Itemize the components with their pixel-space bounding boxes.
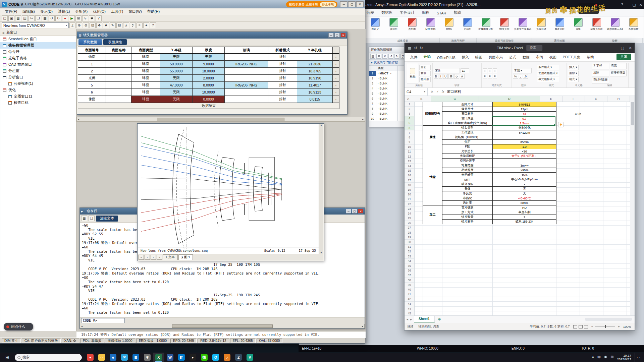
maximize-icon[interactable]: ▢ xyxy=(621,46,624,50)
formula-bar-buttons[interactable]: ✕ ✓ fx xyxy=(428,90,447,94)
row-lock-icon[interactable]: ▪ xyxy=(333,68,339,75)
column-header-B[interactable]: B xyxy=(412,96,431,102)
sidebar-item[interactable]: 全图窗口11 xyxy=(0,93,76,100)
table-row[interactable]: 光阑球面无限2.0000折射10.9190▪ xyxy=(78,75,347,82)
taskbar-app-codev-app[interactable]: V xyxy=(244,353,256,362)
taskbar-app-vscode[interactable]: ◧ xyxy=(176,353,187,362)
row-header-19[interactable]: 19 xyxy=(405,187,414,192)
font-style-button[interactable]: B xyxy=(434,74,438,79)
column-header-C[interactable]: C xyxy=(431,96,479,102)
value-cell[interactable] xyxy=(493,135,556,140)
sidebar-item[interactable]: 分析窗口 xyxy=(0,74,76,80)
analysis-tool-8[interactable]: 物理光学 xyxy=(495,16,514,38)
excel-tab-开始[interactable]: 开始 xyxy=(421,53,434,61)
row-header-9[interactable]: 9 xyxy=(405,140,414,145)
pan-icon[interactable]: ✥ xyxy=(96,22,102,28)
row-header-7[interactable]: 7 xyxy=(405,130,414,135)
excel-tab-公式[interactable]: 公式 xyxy=(506,54,519,61)
table-row[interactable]: 5球面47.00008.0000IRG206_NHG折射11.4017▪ xyxy=(78,82,347,89)
editor-type-cell[interactable]: ▪BLNK xyxy=(376,96,398,101)
value-cell[interactable]: 1.0 xyxy=(493,144,556,149)
group-cell[interactable]: 性能 xyxy=(423,149,442,205)
horizontal-scrollbar[interactable] xyxy=(585,318,632,321)
lens-selector-combo[interactable]: New lens from CVMACRO ▾ xyxy=(2,22,69,28)
cell[interactable] xyxy=(106,89,131,96)
value-cell[interactable]: 640*512 xyxy=(493,102,556,107)
row-header-36[interactable]: 36 xyxy=(405,268,414,273)
table-row[interactable]: 2球面55.000018.0000折射18.3765▪ xyxy=(78,68,347,75)
cell[interactable]: 6 xyxy=(78,89,106,96)
paste-icon[interactable]: ▩ xyxy=(42,15,48,21)
save-log-icon[interactable]: ▦ xyxy=(81,216,87,221)
cell[interactable]: 47.0000 xyxy=(160,82,193,89)
cell[interactable] xyxy=(225,68,268,75)
row-lock-icon[interactable]: ▪ xyxy=(333,75,339,82)
help2-icon[interactable]: ? xyxy=(150,22,156,28)
editor-tool-icon[interactable]: ⊞ xyxy=(376,54,381,59)
ldm-horizontal-scrollbar[interactable]: ◂ ▸ xyxy=(76,117,365,122)
cell[interactable]: 21.3036 xyxy=(297,61,333,68)
table-row[interactable]: 物面球面无限无限折射▪ xyxy=(78,54,347,61)
editing-button[interactable]: 查找和选择 xyxy=(592,77,609,83)
row-header-35[interactable]: 35 xyxy=(405,263,414,268)
spec-cell[interactable]: 相对照度 xyxy=(442,168,493,173)
cell[interactable]: 球面 xyxy=(131,54,160,61)
analysis-tool-5[interactable]: RMS xyxy=(440,16,458,38)
lambda-icon[interactable]: λ xyxy=(123,22,129,28)
number-button[interactable]: .0 xyxy=(523,74,528,79)
close-icon[interactable]: ✕ xyxy=(358,209,363,214)
taskbar-app-settings[interactable]: ✱ xyxy=(142,353,153,362)
spec-cell[interactable]: 透过率 xyxy=(442,201,493,205)
taskbar-app-excel[interactable]: X xyxy=(153,353,164,362)
scroll-right-icon[interactable]: ▸ xyxy=(362,325,364,328)
help-icon[interactable]: ? xyxy=(621,3,623,7)
page-layout-view-icon[interactable] xyxy=(579,325,583,328)
scroll-up-icon[interactable]: ▲ xyxy=(320,124,322,126)
editing-button[interactable]: ∑ 求和 xyxy=(592,63,609,69)
cell[interactable]: 无限 xyxy=(160,54,193,61)
row-header-32[interactable]: 32 xyxy=(405,249,414,254)
maximize-icon[interactable]: ▢ xyxy=(334,33,340,38)
value-cell[interactable]: -40~80℃ xyxy=(493,196,556,201)
spec-cell[interactable]: 光学总长 xyxy=(442,149,493,154)
menu-item[interactable]: 显示(D) xyxy=(38,8,55,15)
spec-cell[interactable]: F数 xyxy=(442,144,493,149)
cell[interactable]: 折射 xyxy=(268,54,297,61)
cells-button[interactable]: 格式 ▾ xyxy=(568,77,579,82)
value-cell[interactable]: 无 xyxy=(493,187,556,191)
scrollbar-thumb[interactable] xyxy=(157,118,284,121)
redo-icon[interactable]: ↻ xyxy=(55,15,61,21)
cell[interactable]: 10.0000 xyxy=(193,89,225,96)
menu-item[interactable]: 编辑(E) xyxy=(20,8,38,15)
ldm-window-controls[interactable]: ─ ▢ ✕ xyxy=(328,33,346,38)
spec-cell[interactable]: 光学后截距 xyxy=(442,154,493,159)
editor-type-cell[interactable]: ▪BLNK xyxy=(376,116,398,121)
cell[interactable]: 无限 xyxy=(160,96,193,103)
row-header-4[interactable]: 4 xyxy=(405,116,414,121)
row-header-10[interactable]: 10 xyxy=(405,145,414,149)
row-header-39[interactable]: 39 xyxy=(405,283,414,287)
row-header-2[interactable]: 2 xyxy=(405,107,414,111)
codev-window-controls[interactable]: ─▢✕ xyxy=(340,1,364,7)
table-row[interactable]: 6球面无限10.0000折射10.9123▪ xyxy=(78,89,347,96)
scroll-left-icon[interactable]: ◂ xyxy=(80,325,83,328)
value-cell[interactable]: >90% xyxy=(493,168,556,173)
cell[interactable] xyxy=(106,61,131,68)
value-cell[interactable]: 35mm xyxy=(493,140,556,144)
stop-record-button[interactable]: 停止录制 xyxy=(320,2,336,7)
cell[interactable]: 光阑 xyxy=(78,75,106,82)
cell[interactable] xyxy=(225,89,268,96)
value-cell[interactable]: 单点车削 xyxy=(493,210,556,215)
font-style-button[interactable]: A xyxy=(460,74,465,79)
row-header-11[interactable]: 11 xyxy=(405,149,414,154)
column-header-D[interactable]: D xyxy=(479,96,540,102)
menu-item[interactable]: 帮助(H) xyxy=(145,8,162,15)
recorder-icon[interactable]: ≣ xyxy=(590,6,594,11)
ldm-titlebar[interactable]: ⊞ 镜头数据管理器 ─ ▢ ✕ xyxy=(77,32,347,39)
close-icon[interactable]: ✕ xyxy=(639,3,642,7)
font-size-box[interactable]: 11 xyxy=(461,68,469,73)
row-header-15[interactable]: 15 xyxy=(405,169,414,173)
scroll-right-icon[interactable]: ▸ xyxy=(362,118,365,121)
accessibility-status[interactable]: 辅助功能: 调查 xyxy=(418,324,439,329)
excel-tab-数据[interactable]: 数据 xyxy=(520,54,533,61)
